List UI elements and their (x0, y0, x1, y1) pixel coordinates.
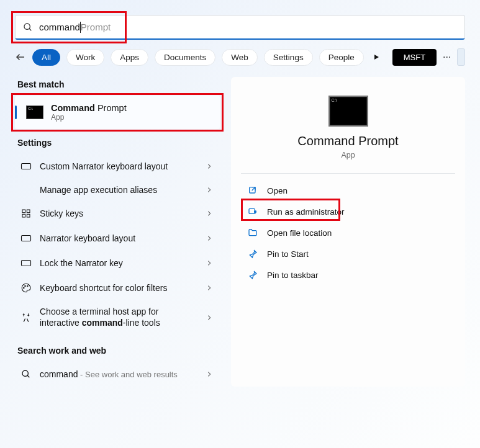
divider (241, 173, 455, 174)
back-button[interactable] (15, 48, 26, 66)
svg-point-14 (25, 285, 26, 287)
best-match-subtitle: App (51, 113, 127, 122)
pin-icon (247, 269, 258, 280)
section-work-web: Search work and web (17, 346, 220, 356)
open-icon (247, 185, 258, 196)
svg-rect-20 (249, 208, 255, 213)
svg-point-16 (22, 370, 28, 376)
filter-tab-settings[interactable]: Settings (264, 49, 313, 66)
svg-marker-3 (374, 55, 379, 60)
svg-point-13 (24, 287, 25, 289)
svg-line-1 (29, 29, 31, 30)
folder-icon (247, 227, 258, 238)
svg-rect-12 (22, 261, 31, 266)
results-column: Best match Command Prompt App Settings C… (15, 77, 220, 387)
keyboard-icon (20, 160, 32, 172)
action-label: Pin to Start (267, 249, 309, 259)
filter-tab-documents[interactable]: Documents (155, 49, 215, 66)
search-icon (23, 22, 33, 32)
shield-admin-icon (247, 206, 258, 217)
app-thumbnail-icon (328, 96, 368, 127)
settings-item-narrator-layout-2[interactable]: Narrator keyboard layout (15, 226, 220, 251)
chevron-right-icon (206, 161, 215, 171)
chevron-right-icon (206, 369, 215, 379)
search-autocomplete: Prompt (81, 22, 111, 32)
account-button[interactable]: MSFT (392, 49, 437, 66)
chevron-right-icon (206, 208, 215, 218)
search-work-web-item[interactable]: command - See work and web results (15, 362, 220, 387)
chevron-right-icon (206, 283, 215, 293)
svg-rect-10 (27, 214, 30, 217)
filter-tab-work[interactable]: Work (66, 49, 104, 66)
svg-rect-9 (22, 214, 25, 217)
svg-point-15 (27, 285, 29, 287)
pin-icon (247, 248, 258, 259)
action-open[interactable]: Open (241, 180, 455, 201)
svg-rect-11 (22, 236, 31, 241)
action-label: Run as administrator (267, 207, 345, 217)
search-bar[interactable]: command Prompt (15, 15, 465, 40)
action-run-as-admin[interactable]: Run as administrator (241, 201, 455, 222)
command-prompt-icon (26, 105, 43, 119)
chevron-right-icon (206, 258, 215, 268)
app-title: Command Prompt (241, 134, 455, 148)
svg-line-17 (27, 375, 29, 377)
search-typed-text: command (39, 22, 80, 32)
settings-item-narrator-layout[interactable]: Custom Narrator keyboard layout (15, 154, 220, 179)
settings-item-terminal-host[interactable]: Choose a terminal host app for interacti… (15, 300, 220, 334)
action-label: Open file location (267, 228, 332, 238)
section-settings: Settings (17, 138, 220, 148)
search-input[interactable]: command Prompt (39, 22, 111, 33)
keyboard-icon (20, 257, 32, 269)
ellipsis-icon: ··· (443, 52, 451, 63)
filter-scroll-right[interactable] (373, 51, 380, 63)
settings-item-color-filters[interactable]: Keyboard shortcut for color filters (15, 276, 220, 300)
action-pin-to-taskbar[interactable]: Pin to taskbar (241, 264, 455, 285)
avatar[interactable] (457, 48, 465, 66)
chevron-right-icon (206, 185, 215, 195)
svg-rect-8 (27, 210, 30, 213)
svg-line-19 (252, 187, 255, 190)
settings-item-app-aliases[interactable]: Manage app execution aliases (15, 179, 220, 201)
filter-row: All Work Apps Documents Web Settings Peo… (15, 48, 465, 66)
play-icon (373, 53, 380, 61)
section-best-match: Best match (17, 79, 220, 89)
action-pin-to-start[interactable]: Pin to Start (241, 243, 455, 264)
svg-rect-4 (22, 164, 31, 169)
more-options-button[interactable]: ··· (443, 50, 451, 65)
action-label: Pin to taskbar (267, 271, 319, 280)
chevron-right-icon (206, 233, 215, 243)
settings-item-sticky-keys[interactable]: Sticky keys (15, 201, 220, 226)
palette-icon (20, 282, 32, 294)
search-icon (20, 368, 32, 380)
grid-icon (20, 207, 32, 220)
chevron-right-icon (206, 313, 215, 323)
tools-icon (20, 311, 32, 324)
svg-rect-7 (22, 210, 25, 213)
arrow-left-icon (15, 52, 26, 63)
app-subtitle: App (241, 151, 455, 159)
filter-tab-people[interactable]: People (319, 49, 364, 66)
settings-item-lock-narrator[interactable]: Lock the Narrator key (15, 251, 220, 276)
settings-item-text: Choose a terminal host app for interacti… (40, 307, 199, 328)
action-open-file-location[interactable]: Open file location (241, 222, 455, 243)
filter-tab-all[interactable]: All (32, 49, 60, 66)
filter-tab-apps[interactable]: Apps (111, 49, 148, 66)
best-match-item[interactable]: Command Prompt App (15, 96, 220, 129)
best-match-title: Command Prompt (51, 103, 127, 113)
work-web-text: command - See work and web results (40, 369, 199, 379)
details-panel: Command Prompt App Open Run as administr… (231, 77, 465, 387)
action-label: Open (267, 186, 288, 195)
filter-tab-web[interactable]: Web (222, 49, 258, 66)
svg-point-0 (24, 24, 30, 29)
keyboard-icon (20, 232, 32, 244)
